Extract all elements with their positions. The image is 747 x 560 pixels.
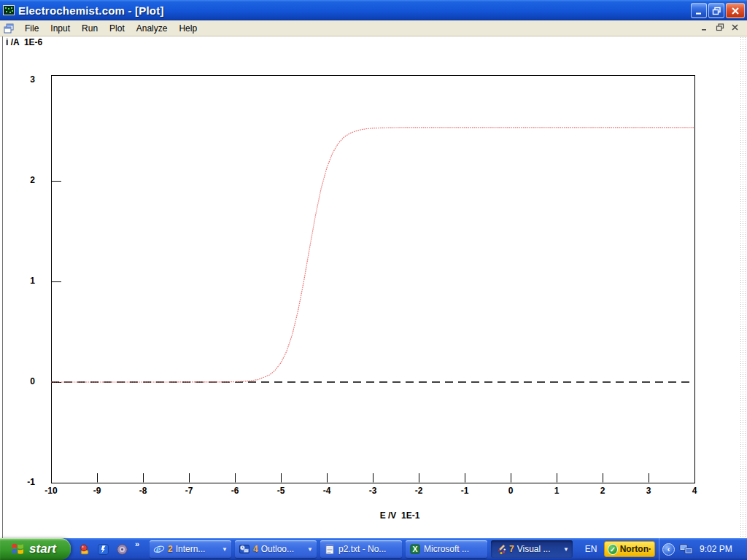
y-axis-label: i /A 1E-6 [6, 37, 42, 47]
menu-help[interactable]: Help [173, 22, 203, 35]
taskbar-button-outlook[interactable]: 4 Outloo... ▼ [235, 540, 317, 558]
norton-badge[interactable]: ✓ Norton· [604, 541, 655, 557]
x-tick-label: -8 [131, 486, 155, 496]
x-tick-label: 1 [544, 486, 569, 496]
window-title: Electrochemist.com - [Plot] [18, 4, 164, 17]
window-count: 7 [509, 544, 514, 554]
x-tick-label: -4 [314, 486, 339, 496]
title-bar: Electrochemist.com - [Plot] [0, 0, 747, 20]
taskbar-button-label: Visual ... [517, 544, 551, 554]
menu-analyze[interactable]: Analyze [131, 22, 174, 35]
window-count: 2 [168, 544, 173, 554]
restore-button[interactable] [708, 3, 724, 18]
app-icon[interactable] [3, 4, 15, 16]
close-icon [731, 7, 740, 15]
norton-check-icon: ✓ [608, 544, 618, 555]
mdi-child-icon[interactable] [3, 23, 15, 34]
x-tick-label: 0 [498, 486, 523, 496]
minimize-icon [694, 7, 703, 15]
network-tray-icon[interactable] [679, 543, 694, 556]
menu-input[interactable]: Input [44, 22, 76, 35]
mdi-close-icon [731, 23, 739, 31]
menu-bar: File Input Run Plot Analyze Help [0, 20, 747, 36]
mdi-restore-icon [716, 23, 724, 31]
windows-flag-icon [10, 542, 26, 556]
group-dropdown-arrow[interactable]: ▼ [222, 546, 228, 553]
internet-explorer-icon: e [153, 543, 165, 555]
taskbar-button-notepad[interactable]: p2.txt - No... [320, 540, 402, 558]
tray-collapse-chevron-icon[interactable]: ‹ [662, 543, 675, 556]
start-label: start [29, 542, 61, 556]
x-tick-label: -7 [177, 486, 201, 496]
language-indicator[interactable]: EN [581, 542, 601, 556]
y-tick-label: 3 [10, 74, 35, 85]
group-dropdown-arrow[interactable]: ▼ [563, 546, 569, 553]
x-tick-label: 3 [636, 486, 661, 496]
restore-icon [712, 7, 721, 15]
svg-text:e: e [156, 544, 160, 555]
taskbar: start » e 2 [0, 538, 747, 560]
mdi-minimize-icon [700, 23, 708, 31]
mdi-close-button[interactable] [729, 22, 741, 33]
desktop-screen: Electrochemist.com - [Plot] [0, 0, 747, 560]
quicklaunch-overflow-chevron[interactable]: » [135, 540, 139, 548]
plot-border [52, 76, 695, 483]
excel-icon: X [409, 543, 421, 555]
svg-text:X: X [412, 545, 417, 553]
voltammogram-current [51, 128, 694, 382]
outlook-icon [239, 543, 250, 555]
taskbar-button-label: p2.txt - No... [338, 544, 386, 554]
y-tick-label: -1 [10, 477, 35, 487]
menu-run[interactable]: Run [76, 22, 104, 35]
y-tick-label: 2 [10, 175, 35, 185]
notepad-icon [324, 543, 336, 555]
plot-canvas [0, 36, 747, 538]
window-count: 4 [253, 544, 258, 554]
minimize-button[interactable] [691, 3, 707, 18]
x-tick-label: 2 [590, 486, 615, 496]
taskbar-button-label: Outloo... [261, 544, 294, 554]
x-tick-label: -6 [222, 486, 247, 496]
x-tick-label: -1 [452, 486, 477, 496]
norton-label: Norton· [620, 544, 651, 554]
quicklaunch-icon-blue[interactable] [97, 543, 109, 556]
plot-client-area: i /A 1E-6 E /V 1E-1 -10-9-8-7-6-5-4-3-2-… [0, 36, 747, 538]
system-tray: ‹ 9:02 PM [659, 538, 747, 560]
taskbar-button-label: Microsoft ... [424, 544, 469, 554]
taskbar-clock: 9:02 PM [700, 544, 732, 554]
taskbar-button-internet-explorer[interactable]: e 2 Intern... ▼ [150, 540, 231, 558]
x-tick-label: -3 [360, 486, 385, 496]
quicklaunch-icon-red[interactable] [78, 543, 90, 556]
quick-launch-bar: » [74, 538, 147, 560]
quicklaunch-icon-purple[interactable] [116, 543, 128, 556]
y-tick-label: 1 [10, 276, 35, 286]
taskbar-button-label: Intern... [176, 544, 206, 554]
x-tick-label: -5 [268, 486, 293, 496]
menu-file[interactable]: File [19, 22, 44, 35]
taskbar-button-visual-active[interactable]: 7 Visual ... ▼ [491, 540, 573, 558]
client-right-border [740, 36, 747, 538]
y-tick-label: 0 [10, 376, 35, 386]
close-button[interactable] [726, 3, 745, 18]
taskbar-button-excel[interactable]: X Microsoft ... [406, 540, 487, 558]
mdi-minimize-button[interactable] [698, 22, 711, 33]
x-tick-label: -9 [85, 486, 109, 496]
start-button[interactable]: start [0, 538, 71, 560]
x-tick-label: -2 [406, 486, 431, 496]
paintbrush-icon [495, 543, 506, 555]
x-tick-label: -10 [39, 486, 63, 496]
x-axis-label: E /V 1E-1 [356, 510, 444, 521]
menu-plot[interactable]: Plot [104, 22, 131, 35]
mdi-restore-button[interactable] [713, 22, 726, 33]
group-dropdown-arrow[interactable]: ▼ [307, 546, 313, 553]
client-left-border [2, 36, 3, 538]
x-tick-label: 4 [682, 486, 707, 496]
